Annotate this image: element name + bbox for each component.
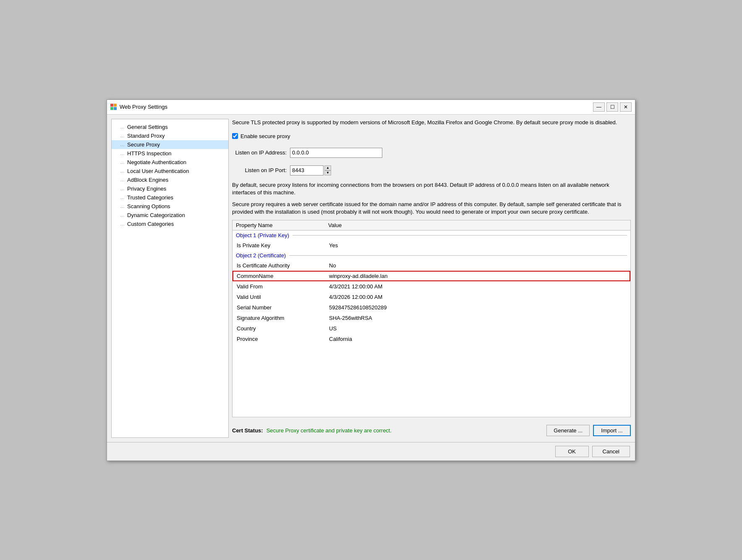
table-row-is-cert-authority: Is Certificate Authority No <box>233 260 630 271</box>
prop-province: Province <box>237 336 329 342</box>
sidebar-item-scanning-options[interactable]: Scanning Options <box>112 202 228 211</box>
cert-action-buttons: Generate ... Import ... <box>546 425 631 436</box>
sidebar: General Settings Standard Proxy Secure P… <box>111 119 229 438</box>
enable-secure-proxy-checkbox[interactable] <box>232 133 238 139</box>
val-serial-number: 5928475286108520289 <box>329 304 626 311</box>
sidebar-item-standard-proxy[interactable]: Standard Proxy <box>112 131 228 140</box>
table-row-valid-from: Valid From 4/3/2021 12:00:00 AM <box>233 281 630 292</box>
group-label-object2: Object 2 (Certificate) <box>236 252 286 259</box>
group-header-object2: Object 2 (Certificate) <box>233 251 630 260</box>
val-valid-from: 4/3/2021 12:00:00 AM <box>329 283 626 290</box>
sidebar-label-standard-proxy: Standard Proxy <box>127 133 165 139</box>
listen-ip-address-input[interactable] <box>290 148 382 158</box>
close-button[interactable]: ✕ <box>620 102 632 112</box>
val-common-name: winproxy-ad.diladele.lan <box>329 273 626 279</box>
sidebar-item-general-settings[interactable]: General Settings <box>112 123 228 131</box>
certificate-table: Property Name Value Object 1 (Private Ke… <box>232 220 631 417</box>
prop-valid-from: Valid From <box>237 283 329 290</box>
sidebar-label-general-settings: General Settings <box>127 124 168 130</box>
prop-country: Country <box>237 325 329 332</box>
cert-status-value: Secure Proxy certificate and private key… <box>266 427 392 434</box>
main-area: General Settings Standard Proxy Secure P… <box>107 115 635 442</box>
sidebar-label-custom-categories: Custom Categories <box>127 221 174 227</box>
listen-ip-port-row: Listen on IP Port: ▲ ▼ <box>232 165 631 175</box>
port-up-button[interactable]: ▲ <box>324 165 331 170</box>
listen-ip-address-row: Listen on IP Address: <box>232 148 631 158</box>
val-is-cert-authority: No <box>329 262 626 269</box>
group-line-1 <box>293 235 627 236</box>
content-panel: Secure TLS protected proxy is supported … <box>232 119 631 438</box>
prop-is-private-key: Is Private Key <box>237 242 329 249</box>
sidebar-label-trusted-categories: Trusted Categories <box>127 194 173 201</box>
table-row-signature-algorithm: Signature Algorithm SHA-256withRSA <box>233 313 630 323</box>
table-row-valid-until: Valid Until 4/3/2026 12:00:00 AM <box>233 292 630 302</box>
cancel-button[interactable]: Cancel <box>592 446 630 457</box>
table-row-serial-number: Serial Number 5928475286108520289 <box>233 302 630 313</box>
prop-serial-number: Serial Number <box>237 304 329 311</box>
val-province: California <box>329 336 626 342</box>
sidebar-item-trusted-categories[interactable]: Trusted Categories <box>112 193 228 202</box>
prop-signature-algorithm: Signature Algorithm <box>237 315 329 321</box>
sidebar-label-secure-proxy: Secure Proxy <box>127 141 160 148</box>
sidebar-item-negotiate-auth[interactable]: Negotiate Authentication <box>112 158 228 167</box>
window-body: General Settings Standard Proxy Secure P… <box>107 115 635 461</box>
cert-note-text: Secure proxy requires a web server certi… <box>232 201 631 216</box>
prop-is-cert-authority: Is Certificate Authority <box>237 262 329 269</box>
cert-status-label: Cert Status: <box>232 427 263 434</box>
enable-secure-proxy-label: Enable secure proxy <box>240 133 290 139</box>
sidebar-item-adblock-engines[interactable]: AdBlock Engines <box>112 175 228 184</box>
table-row-is-private-key: Is Private Key Yes <box>233 240 630 251</box>
description-text: Secure TLS protected proxy is supported … <box>232 119 631 126</box>
sidebar-item-dynamic-categorization[interactable]: Dynamic Categorization <box>112 211 228 220</box>
sidebar-label-local-user-auth: Local User Authentication <box>127 168 189 174</box>
table-row-country: Country US <box>233 323 630 334</box>
port-down-button[interactable]: ▼ <box>324 170 331 175</box>
table-header: Property Name Value <box>233 220 630 230</box>
footer-bar: OK Cancel <box>107 442 635 461</box>
import-button[interactable]: Import ... <box>593 425 631 436</box>
sidebar-item-https-inspection[interactable]: HTTPS Inspection <box>112 149 228 158</box>
minimize-button[interactable]: — <box>593 102 605 112</box>
default-note-text: By default, secure proxy listens for inc… <box>232 181 631 196</box>
col-value: Value <box>328 222 627 228</box>
sidebar-item-privacy-engines[interactable]: Privacy Engines <box>112 184 228 193</box>
val-is-private-key: Yes <box>329 242 626 249</box>
val-valid-until: 4/3/2026 12:00:00 AM <box>329 294 626 300</box>
prop-common-name: CommonName <box>237 273 329 279</box>
val-signature-algorithm: SHA-256withRSA <box>329 315 626 321</box>
group-line-2 <box>289 255 627 256</box>
col-property-name: Property Name <box>236 222 328 228</box>
sidebar-label-privacy-engines: Privacy Engines <box>127 186 166 192</box>
group-header-object1: Object 1 (Private Key) <box>233 230 630 240</box>
generate-button[interactable]: Generate ... <box>546 425 590 436</box>
table-row-province: Province California <box>233 334 630 344</box>
listen-ip-port-label: Listen on IP Port: <box>232 167 287 173</box>
table-row-common-name: CommonName winproxy-ad.diladele.lan <box>233 271 630 281</box>
sidebar-item-secure-proxy[interactable]: Secure Proxy <box>112 140 228 149</box>
sidebar-item-local-user-auth[interactable]: Local User Authentication <box>112 167 228 175</box>
port-spinner: ▲ ▼ <box>324 165 331 175</box>
listen-ip-address-label: Listen on IP Address: <box>232 149 287 156</box>
cert-status-bar: Cert Status: Secure Proxy certificate an… <box>232 421 631 438</box>
ok-button[interactable]: OK <box>555 446 589 457</box>
title-bar-controls: — ☐ ✕ <box>593 102 632 112</box>
maximize-button[interactable]: ☐ <box>606 102 618 112</box>
enable-secure-proxy-row: Enable secure proxy <box>232 133 631 139</box>
main-window: Web Proxy Settings — ☐ ✕ General Setting… <box>107 99 635 461</box>
table-scroll-area[interactable]: Object 1 (Private Key) Is Private Key Ye… <box>233 230 630 416</box>
sidebar-label-adblock-engines: AdBlock Engines <box>127 177 168 183</box>
val-country: US <box>329 325 626 332</box>
window-title: Web Proxy Settings <box>120 104 590 110</box>
sidebar-item-custom-categories[interactable]: Custom Categories <box>112 220 228 228</box>
sidebar-label-https-inspection: HTTPS Inspection <box>127 150 172 157</box>
title-bar: Web Proxy Settings — ☐ ✕ <box>107 100 635 115</box>
prop-valid-until: Valid Until <box>237 294 329 300</box>
app-icon <box>110 104 117 110</box>
listen-ip-port-input[interactable] <box>290 165 324 175</box>
sidebar-label-negotiate-auth: Negotiate Authentication <box>127 159 186 165</box>
group-label-object1: Object 1 (Private Key) <box>236 232 289 238</box>
sidebar-label-dynamic-categorization: Dynamic Categorization <box>127 212 185 218</box>
sidebar-label-scanning-options: Scanning Options <box>127 203 170 209</box>
